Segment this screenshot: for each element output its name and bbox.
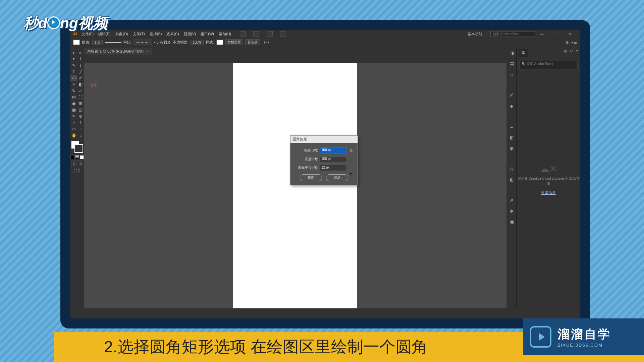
- swatches-panel-icon[interactable]: ⌕: [510, 72, 513, 77]
- width-label: 宽度 (W):: [294, 148, 318, 153]
- gradient-panel-icon[interactable]: ◉: [509, 145, 514, 151]
- libraries-tab[interactable]: 库: [519, 49, 528, 57]
- maximize-icon[interactable]: □: [553, 32, 559, 36]
- workspace-switcher[interactable]: 基本功能: [468, 32, 482, 37]
- artboard[interactable]: [233, 63, 357, 308]
- libraries-search-input[interactable]: 🔍 搜索 Adobe Stock: [519, 61, 578, 69]
- stock-search-input[interactable]: [490, 31, 535, 37]
- screen-mode-toggle[interactable]: ⛶: [70, 168, 84, 173]
- libraries-more-link[interactable]: 更多信息: [517, 190, 580, 195]
- brand-watermark: 溜溜自学 ZIXUE.3D66.COM: [523, 318, 644, 355]
- close-icon[interactable]: ×: [567, 32, 573, 36]
- brushes-panel-icon[interactable]: ✐: [509, 93, 514, 98]
- type-tool[interactable]: T: [70, 68, 77, 75]
- menu-view[interactable]: 视图(V): [184, 32, 196, 37]
- asset-panel-icon[interactable]: ❖: [509, 208, 514, 214]
- ok-button[interactable]: 确定: [300, 174, 322, 181]
- hand-tool[interactable]: ✋: [70, 132, 77, 138]
- free-transform-tool[interactable]: ⛶: [77, 94, 84, 100]
- graph-tool[interactable]: ⫿: [77, 119, 84, 126]
- cancel-button[interactable]: 取消: [326, 174, 348, 181]
- shaper-tool[interactable]: ✧: [70, 81, 77, 87]
- scale-tool[interactable]: ⤢: [77, 87, 84, 94]
- menu-window[interactable]: 窗口(W): [201, 32, 214, 37]
- none-mode-icon[interactable]: [80, 155, 84, 159]
- menu-help[interactable]: 帮助(H): [219, 32, 231, 37]
- width-tool[interactable]: ⋈: [70, 94, 77, 100]
- tab-close-icon[interactable]: ×: [146, 49, 148, 53]
- gradient-tool[interactable]: ◫: [77, 107, 84, 113]
- caption-text: 2.选择圆角矩形选项 在绘图区里绘制一个圆角: [104, 336, 428, 358]
- layers-panel-icon[interactable]: ▤: [509, 61, 514, 66]
- libraries-empty-text: 初始化 Creative Cloud Libraries 时出现问题: [517, 176, 580, 186]
- opacity-input[interactable]: 100%: [191, 40, 204, 45]
- zoom-tool[interactable]: ⌕: [77, 132, 84, 138]
- stroke-panel-icon[interactable]: ≡: [510, 124, 513, 129]
- menu-object[interactable]: 对象(O): [115, 32, 128, 37]
- magic-wand-tool[interactable]: ✦: [70, 56, 77, 62]
- rotate-tool[interactable]: ↻: [70, 87, 77, 94]
- fill-swatch[interactable]: [73, 40, 80, 45]
- draw-normal-icon[interactable]: ◻: [71, 161, 76, 166]
- color-panel-icon[interactable]: ◐: [509, 135, 514, 140]
- brush-preset[interactable]: [133, 40, 152, 45]
- link-dimensions-icon[interactable]: ⇅: [350, 148, 353, 153]
- panel-menu-icon[interactable]: ≡: [576, 49, 578, 53]
- export-panel-icon[interactable]: ↗: [509, 198, 514, 203]
- artboard-tool[interactable]: ▭: [70, 126, 77, 132]
- menu-icon-4[interactable]: [280, 31, 286, 37]
- menu-icon-3[interactable]: [267, 31, 273, 37]
- paintbrush-tool[interactable]: ✐: [77, 75, 84, 81]
- menu-type[interactable]: 文字(T): [133, 32, 145, 37]
- appearance-panel-icon[interactable]: ◎: [509, 166, 514, 172]
- slice-tool[interactable]: ⟋: [77, 126, 84, 132]
- menu-select[interactable]: 选择(S): [150, 32, 162, 37]
- radius-input[interactable]: 12 px: [320, 165, 347, 171]
- libraries-panel-icon[interactable]: ▣: [509, 219, 514, 225]
- stroke-width-input[interactable]: 1 pt: [92, 40, 103, 45]
- direct-selection-tool[interactable]: ▹: [77, 49, 84, 56]
- align-icon[interactable]: ⊩▾: [264, 40, 269, 45]
- draw-behind-icon[interactable]: ◻: [78, 161, 83, 166]
- panel-sync-icon[interactable]: ⟳: [570, 49, 573, 53]
- screen-mode-icon[interactable]: ⛶: [74, 168, 80, 173]
- curvature-tool[interactable]: ⤹: [77, 62, 84, 68]
- symbols-panel-icon[interactable]: ♣: [510, 103, 513, 109]
- gradient-mode-icon[interactable]: [75, 155, 79, 159]
- minimize-icon[interactable]: —: [539, 32, 545, 36]
- mesh-tool[interactable]: ▦: [70, 107, 77, 113]
- properties-panel-icon[interactable]: ◨: [509, 50, 514, 56]
- eyedropper-tool[interactable]: ✎: [70, 113, 77, 119]
- document-tab[interactable]: 未标题-1 @ 68% (RGB/GPU 预览) ×: [84, 48, 152, 55]
- perspective-tool[interactable]: ⊞: [77, 100, 84, 107]
- height-input[interactable]: 100 px: [320, 156, 347, 162]
- menu-icon-1[interactable]: [240, 31, 246, 37]
- pen-tool[interactable]: ✎: [70, 62, 77, 68]
- tool-palette: ▸▹ ✦⌇ ✎⤹ T╱ ▭✐ ✧◧ ↻⤢ ⋈⛶ ◉⊞ ▦◫ ✎⊙ ⁘⫿ ▭⟋ ✋…: [70, 48, 84, 173]
- color-mode-icon[interactable]: [70, 155, 74, 159]
- symbol-sprayer-tool[interactable]: ⁘: [70, 119, 77, 126]
- selection-tool[interactable]: ▸: [70, 49, 77, 56]
- prefs-button[interactable]: 首选项: [245, 39, 260, 45]
- eraser-tool[interactable]: ◧: [77, 81, 84, 87]
- shape-builder-tool[interactable]: ◉: [70, 100, 77, 107]
- line-tool[interactable]: ╱: [77, 68, 84, 75]
- transparency-panel-icon[interactable]: ◐: [509, 177, 514, 182]
- cloud-error-icon: ☁✕: [517, 163, 580, 174]
- width-input[interactable]: 100 px: [320, 147, 347, 154]
- menu-icon-2[interactable]: [253, 31, 259, 37]
- fill-stroke-control[interactable]: [70, 140, 84, 154]
- doc-setup-button[interactable]: 文档设置: [225, 39, 243, 45]
- lasso-tool[interactable]: ⌇: [77, 56, 84, 62]
- blend-tool[interactable]: ⊙: [77, 113, 84, 119]
- panel-grid-icon[interactable]: ⊞: [564, 49, 567, 53]
- play-icon: [47, 16, 60, 29]
- workspace-area[interactable]: 文字: [84, 63, 506, 308]
- arrange-icon[interactable]: ▸☰: [572, 40, 577, 44]
- rectangle-tool[interactable]: ▭: [70, 75, 77, 81]
- grid-icon[interactable]: ⊞: [566, 40, 569, 44]
- stroke-color-icon[interactable]: [74, 144, 83, 153]
- menu-effect[interactable]: 效果(C): [166, 32, 179, 37]
- stroke-sample[interactable]: [105, 42, 121, 43]
- style-swatch[interactable]: [216, 40, 223, 45]
